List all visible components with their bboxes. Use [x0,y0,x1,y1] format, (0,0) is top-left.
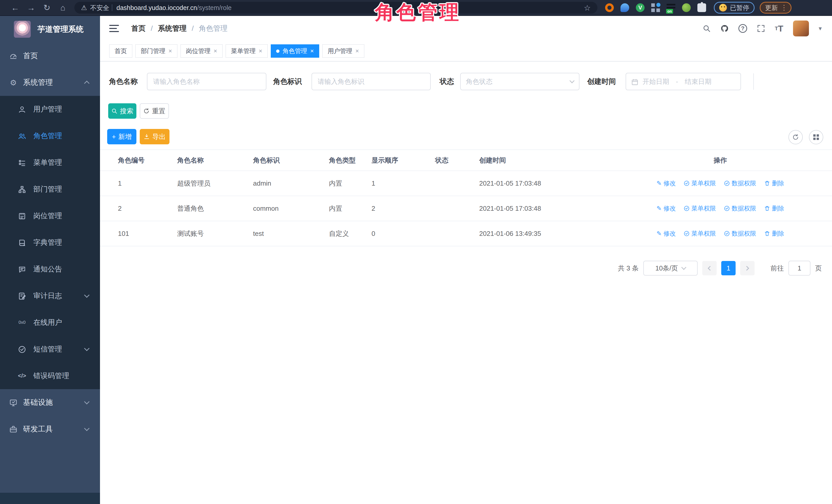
extensions-puzzle-icon[interactable] [697,3,706,12]
sidebar-item-home[interactable]: 首页 [0,43,100,69]
extension-drop-icon[interactable] [621,3,629,12]
sidebar-item-infrastructure[interactable]: 基础设施 [0,389,100,416]
circle-check-icon [683,231,690,237]
column-settings-button[interactable] [809,130,823,144]
chevron-down-icon [681,265,686,270]
message-bubble-icon [16,265,28,273]
tab-menus[interactable]: 菜单管理 × [226,44,268,58]
sidebar-item-dict[interactable]: 字典管理 [0,229,100,256]
sidebar-item-error-codes[interactable]: </> 错误码管理 [0,363,100,389]
sidebar-item-roles[interactable]: 角色管理 [0,123,100,149]
sidebar-item-online-users[interactable]: 0x0 在线用户 [0,309,100,336]
edit-link[interactable]: ✎修改 [656,230,676,238]
url-host: dashboard.yudao.iocoder.cn [116,4,197,11]
browser-menu-kebab-icon[interactable]: ⋮ [780,4,788,11]
search-icon [111,108,118,114]
date-separator: - [676,78,678,86]
sidebar-item-posts[interactable]: 岗位管理 [0,203,100,229]
sidebar-logo[interactable]: 芋道管理系统 [0,16,100,43]
tab-users[interactable]: 用户管理 × [322,44,364,58]
data-permission-link[interactable]: 数据权限 [724,179,756,187]
edit-link[interactable]: ✎修改 [656,179,676,187]
col-role-name: 角色名称 [171,156,247,165]
tab-home[interactable]: 首页 [109,44,132,58]
tab-posts[interactable]: 岗位管理 × [181,44,223,58]
col-role-key: 角色标识 [247,156,323,165]
close-icon[interactable]: × [214,48,217,54]
org-tree-icon [16,185,28,193]
browser-update-pill[interactable]: 更新 ⋮ [760,2,791,14]
close-icon[interactable]: × [168,48,172,54]
data-permission-link[interactable]: 数据权限 [724,230,756,238]
current-page-button[interactable]: 1 [721,261,735,275]
pencil-icon: ✎ [656,180,661,187]
page-size-select[interactable]: 10条/页 [643,261,698,275]
browser-home-icon[interactable]: ⌂ [55,0,71,16]
extension-green-check-icon[interactable]: V [636,3,645,12]
goto-page-input[interactable] [788,261,810,275]
delete-link[interactable]: 删除 [764,230,784,238]
extension-ring-icon[interactable] [605,3,614,12]
status-select[interactable]: 角色状态 [460,73,579,90]
sidebar-item-dev-tools[interactable]: 研发工具 [0,416,100,443]
breadcrumb-home[interactable]: 首页 [131,24,146,33]
close-icon[interactable]: × [310,48,314,54]
extension-grid-icon[interactable] [651,3,660,12]
extension-bars-icon[interactable]: on [667,3,675,12]
sidebar-item-sms[interactable]: 短信管理 [0,336,100,363]
menu-permission-link[interactable]: 菜单权限 [683,204,716,213]
prev-page-button[interactable] [702,261,717,275]
sms-check-icon [16,345,28,353]
close-icon[interactable]: × [355,48,359,54]
tab-roles[interactable]: 角色管理 × [271,44,319,58]
sidebar-item-system[interactable]: ⚙ 系统管理 [0,69,100,96]
extension-monkey-icon[interactable] [682,3,691,12]
delete-link[interactable]: 删除 [764,179,784,187]
search-button[interactable]: 搜索 [108,103,136,119]
next-page-button[interactable] [740,261,755,275]
help-icon[interactable]: ? [738,24,747,33]
browser-forward-icon[interactable]: → [23,0,39,16]
sidebar-item-users[interactable]: 用户管理 [0,96,100,123]
breadcrumb-system[interactable]: 系统管理 [158,24,187,33]
address-bar[interactable]: ⚠ 不安全 dashboard.yudao.iocoder.cn/system/… [74,2,597,14]
reset-button[interactable]: 重置 [140,103,169,119]
menu-permission-link[interactable]: 菜单权限 [683,179,716,187]
github-icon[interactable] [721,24,729,32]
fullscreen-icon[interactable] [757,24,765,32]
date-range-input[interactable]: 开始日期 - 结束日期 [626,73,741,90]
user-avatar[interactable] [793,21,809,36]
bookmark-star-icon[interactable]: ☆ [584,3,591,12]
hamburger-icon[interactable] [109,25,119,32]
browser-reload-icon[interactable]: ↻ [39,0,55,16]
menu-permission-link[interactable]: 菜单权限 [683,230,716,238]
add-button[interactable]: + 新增 [107,129,136,144]
data-permission-link[interactable]: 数据权限 [724,204,756,213]
tab-departments[interactable]: 部门管理 × [135,44,177,58]
edit-link[interactable]: ✎修改 [656,204,676,213]
delete-link[interactable]: 删除 [764,204,784,213]
browser-back-icon[interactable]: ← [7,0,23,16]
circle-check-icon [683,205,690,212]
sidebar-item-menus[interactable]: 菜单管理 [0,149,100,176]
close-icon[interactable]: × [259,48,262,54]
extension-on-badge: on [666,9,673,14]
paused-extension-pill[interactable]: 已暂停 [714,2,755,14]
menu-list-icon [16,158,28,167]
sidebar-item-notice[interactable]: 通知公告 [0,256,100,283]
toolbox-icon [7,425,20,433]
sidebar-item-departments[interactable]: 部门管理 [0,176,100,203]
chevron-down-icon [569,78,575,83]
sidebar-item-audit-log[interactable]: 审计日志 [0,283,100,309]
role-key-input[interactable] [312,73,431,90]
search-icon[interactable] [703,24,711,32]
export-button[interactable]: 导出 [140,129,170,144]
logo-avatar [14,21,31,38]
role-name-input[interactable] [147,73,266,90]
refresh-icon [143,108,150,114]
role-key-label: 角色标识 [273,73,302,90]
avatar-caret-icon[interactable]: ▾ [819,25,822,32]
font-size-icon[interactable]: TT [775,24,783,33]
chevron-down-icon [84,399,89,404]
table-refresh-button[interactable] [788,130,803,144]
